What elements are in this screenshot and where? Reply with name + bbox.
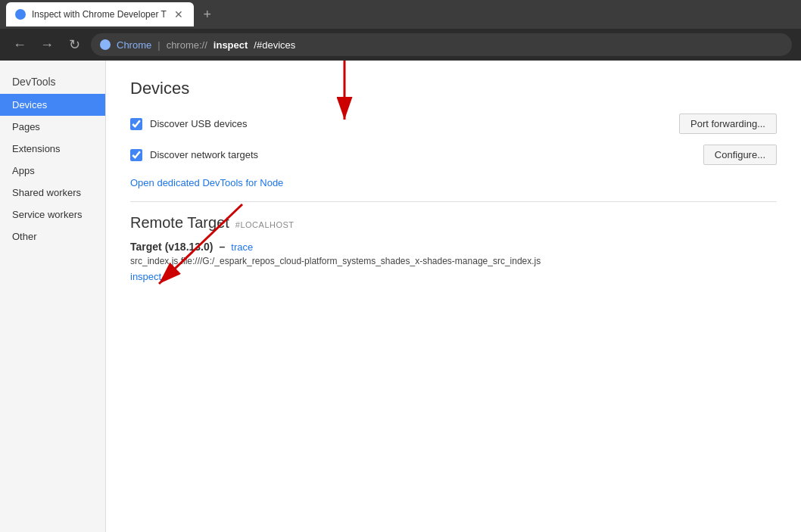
sidebar-item-shared-workers[interactable]: Shared workers <box>0 182 105 204</box>
nav-bar: ← → ↻ Chrome | chrome://inspect/#devices <box>0 29 801 61</box>
sidebar-title: DevTools <box>0 67 105 94</box>
discover-usb-checkbox[interactable] <box>130 118 142 130</box>
target-inspect-row: inspect <box>130 269 777 283</box>
sidebar-item-other[interactable]: Other <box>0 226 105 247</box>
tab-close-button[interactable]: ✕ <box>173 8 185 20</box>
sidebar-item-pages[interactable]: Pages <box>0 116 105 138</box>
main-content: Devices Discover USB devices Port forwar… <box>106 61 801 532</box>
port-forwarding-button[interactable]: Port forwarding... <box>679 114 777 134</box>
page-title: Devices <box>130 79 777 98</box>
target-name-row: Target (v18.13.0) – trace <box>130 241 777 253</box>
address-separator: | <box>157 39 160 51</box>
app-body: DevTools Devices Pages Extensions Apps S… <box>0 61 801 532</box>
address-path: /#devices <box>254 39 295 51</box>
forward-button[interactable]: → <box>36 34 58 55</box>
sidebar-item-extensions[interactable]: Extensions <box>0 138 105 160</box>
sidebar-item-devices[interactable]: Devices <box>0 94 105 116</box>
configure-button[interactable]: Configure... <box>703 145 777 165</box>
target-version-name: Target (v18.13.0) <box>130 241 213 253</box>
address-scheme: chrome:// <box>167 39 207 51</box>
address-bar[interactable]: Chrome | chrome://inspect/#devices <box>91 33 792 56</box>
dash-separator: – <box>219 241 225 253</box>
open-devtools-row: Open dedicated DevTools for Node <box>130 176 777 189</box>
address-chrome-text: Chrome <box>117 39 151 51</box>
target-trace-link[interactable]: trace <box>231 241 253 253</box>
active-tab[interactable]: Inspect with Chrome Developer T ✕ <box>6 2 194 26</box>
reload-button[interactable]: ↻ <box>64 34 85 55</box>
tab-favicon <box>15 9 26 20</box>
site-icon <box>100 39 111 50</box>
discover-usb-label: Discover USB devices <box>150 118 679 129</box>
sidebar: DevTools Devices Pages Extensions Apps S… <box>0 61 106 532</box>
discover-network-row: Discover network targets Configure... <box>130 145 777 165</box>
back-button[interactable]: ← <box>9 34 30 55</box>
open-devtools-link[interactable]: Open dedicated DevTools for Node <box>130 177 283 188</box>
new-tab-button[interactable]: + <box>197 4 218 25</box>
discover-network-checkbox[interactable] <box>130 149 142 161</box>
target-inspect-link[interactable]: inspect <box>130 271 161 282</box>
tab-title: Inspect with Chrome Developer T <box>32 9 167 20</box>
address-inspect: inspect <box>213 39 248 51</box>
sidebar-item-service-workers[interactable]: Service workers <box>0 204 105 226</box>
discover-usb-row: Discover USB devices Port forwarding... <box>130 114 777 134</box>
browser-chrome: Inspect with Chrome Developer T ✕ + ← → … <box>0 0 801 61</box>
target-file-path: src_index.js file:///G:/_espark_repos_cl… <box>130 256 777 266</box>
localhost-badge: #LOCALHOST <box>235 220 295 229</box>
section-divider <box>130 201 777 202</box>
discover-network-label: Discover network targets <box>150 149 703 160</box>
remote-target-section: Remote Target #LOCALHOST <box>130 214 777 232</box>
tab-bar: Inspect with Chrome Developer T ✕ + <box>0 0 801 29</box>
remote-target-title: Remote Target <box>130 214 229 232</box>
sidebar-item-apps[interactable]: Apps <box>0 160 105 182</box>
